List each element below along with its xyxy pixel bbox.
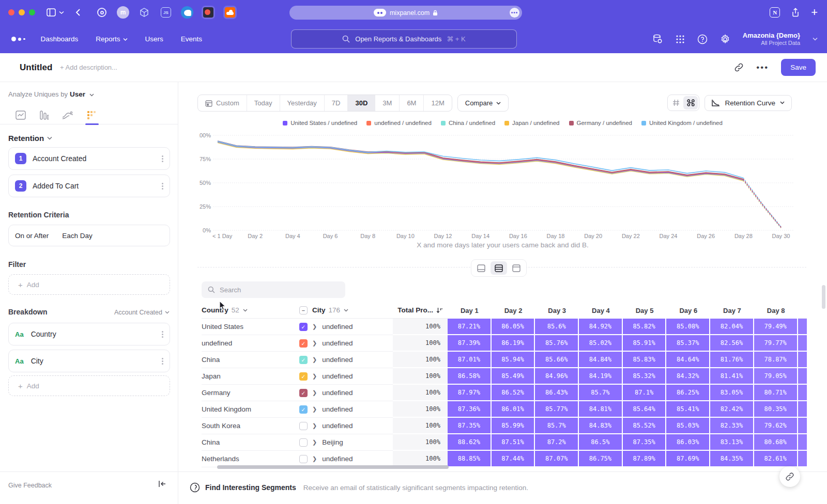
segments-title[interactable]: Find Interesting Segments <box>205 483 296 492</box>
retention-cell[interactable]: 84.64% <box>666 352 710 368</box>
range-3m[interactable]: 3M <box>375 95 400 111</box>
retention-cell[interactable]: 87.39% <box>448 335 492 352</box>
window-controls[interactable] <box>8 9 35 15</box>
retention-cell[interactable]: 85.08% <box>666 319 710 335</box>
expand-row-icon[interactable]: ❯ <box>312 340 317 346</box>
tab-funnels[interactable] <box>39 106 49 124</box>
show-chart-icon[interactable] <box>683 96 698 109</box>
report-title[interactable]: Untitled <box>20 62 52 73</box>
row-checkbox-checked[interactable]: ✓ <box>299 323 308 331</box>
expand-row-icon[interactable]: ❯ <box>312 455 317 462</box>
day-column-header[interactable]: Day 5 <box>623 302 667 319</box>
range-6m[interactable]: 6M <box>400 95 424 111</box>
criteria-on-or-after[interactable]: On or After <box>15 232 49 240</box>
range-7d[interactable]: 7D <box>325 95 348 111</box>
retention-cell[interactable]: 82.33% <box>710 418 754 434</box>
nav-item-reports[interactable]: Reports <box>96 35 127 43</box>
retention-cell[interactable]: 86.43% <box>535 385 579 401</box>
retention-step-2[interactable]: 2 Added To Cart <box>8 175 170 197</box>
row-checkbox-checked[interactable]: ✓ <box>299 339 308 348</box>
retention-cell[interactable]: 87.36% <box>448 401 492 418</box>
step-options-icon[interactable] <box>162 183 163 190</box>
table-row-city[interactable]: ✓❯undefined <box>297 368 393 385</box>
retention-cell[interactable]: 85.66% <box>535 352 579 368</box>
expand-row-icon[interactable]: ❯ <box>312 356 317 363</box>
criteria-each-day[interactable]: Each Day <box>62 232 93 240</box>
retention-cell[interactable]: 85.03% <box>666 418 710 434</box>
retention-cell[interactable]: 85.7% <box>535 418 579 434</box>
layout-split-icon[interactable] <box>491 261 507 275</box>
share-icon[interactable] <box>791 8 800 17</box>
target-icon[interactable] <box>95 6 109 19</box>
day-column-header[interactable]: Day 3 <box>535 302 579 319</box>
give-feedback-link[interactable]: Give Feedback <box>8 482 52 489</box>
retention-cell[interactable]: 85.76% <box>535 335 579 352</box>
retention-cell[interactable]: 82.56% <box>710 335 754 352</box>
posthog-icon[interactable] <box>202 6 215 19</box>
retention-cell[interactable]: 87.35% <box>623 434 667 451</box>
retention-cell[interactable]: 87.89% <box>623 451 667 467</box>
bird-icon[interactable] <box>181 6 193 19</box>
notion-icon[interactable]: N <box>770 7 780 18</box>
retention-cell[interactable]: 85.37% <box>666 335 710 352</box>
retention-cell[interactable]: 86.52% <box>492 385 535 401</box>
retention-cell[interactable]: 85.32% <box>623 368 667 385</box>
back-icon[interactable] <box>75 8 81 17</box>
expand-row-icon[interactable]: ❯ <box>312 373 317 380</box>
day-column-header[interactable]: Day 7 <box>710 302 754 319</box>
day-column-header[interactable]: Day 2 <box>492 302 535 319</box>
soundcloud-icon[interactable] <box>223 6 237 19</box>
tab-insights[interactable] <box>16 106 26 124</box>
retention-cell[interactable]: 85.83% <box>623 352 667 368</box>
table-row-country[interactable]: Germany <box>202 385 297 401</box>
table-row-city[interactable]: ❯Beijing <box>297 434 393 451</box>
country-column-header[interactable]: Country52 <box>202 302 297 319</box>
legend-item[interactable]: United Kingdom / undefined <box>641 120 723 126</box>
retention-cell[interactable]: 87.07% <box>535 451 579 467</box>
expand-row-icon[interactable]: ❯ <box>312 422 317 429</box>
table-row-city[interactable]: ✓❯undefined <box>297 319 393 335</box>
global-search-button[interactable]: Open Reports & Dashboards ⌘ + K <box>291 29 517 49</box>
day-column-header[interactable]: Day 8 <box>754 302 798 319</box>
retention-cell[interactable]: 84.19% <box>579 368 623 385</box>
tab-flows[interactable] <box>62 106 73 124</box>
retention-cell[interactable]: 86.01% <box>492 401 535 418</box>
breakdown-city[interactable]: Aa City <box>8 350 170 372</box>
retention-cell[interactable]: 87.44% <box>492 451 535 467</box>
table-row-city[interactable]: ✓❯undefined <box>297 352 393 368</box>
new-tab-icon[interactable]: + <box>811 7 818 18</box>
table-row-country[interactable]: United Kingdom <box>202 401 297 418</box>
nav-item-events[interactable]: Events <box>181 35 202 43</box>
retention-cell[interactable]: 82.42% <box>710 401 754 418</box>
retention-cell[interactable]: 79.62% <box>754 418 798 434</box>
retention-cell[interactable]: 86.19% <box>492 335 535 352</box>
more-options-icon[interactable]: ••• <box>756 62 769 73</box>
legend-item[interactable]: Japan / undefined <box>504 120 559 126</box>
retention-cell[interactable]: 85.02% <box>579 335 623 352</box>
row-checkbox-checked[interactable]: ✓ <box>299 405 308 414</box>
retention-cell[interactable]: 85.6% <box>535 319 579 335</box>
retention-cell[interactable]: 85.99% <box>492 418 535 434</box>
analyze-value-select[interactable]: User <box>70 90 85 98</box>
save-button[interactable]: Save <box>781 59 816 76</box>
table-row-country[interactable]: China <box>202 434 297 451</box>
table-row-city[interactable]: ✓❯undefined <box>297 401 393 418</box>
retention-cell[interactable]: 84.92% <box>579 319 623 335</box>
retention-cell[interactable]: 87.01% <box>448 352 492 368</box>
breakdown-options-icon[interactable] <box>162 331 163 338</box>
retention-cell[interactable]: 84.96% <box>535 368 579 385</box>
table-row-city[interactable]: ✓❯undefined <box>297 385 393 401</box>
minimize-window-button[interactable] <box>19 9 25 15</box>
maximize-window-button[interactable] <box>29 9 35 15</box>
breakdown-options-icon[interactable] <box>162 358 163 365</box>
retention-cell[interactable]: 87.51% <box>492 434 535 451</box>
expand-row-icon[interactable]: ❯ <box>312 406 317 413</box>
table-row-country[interactable]: China <box>202 352 297 368</box>
retention-step-1[interactable]: 1 Account Created <box>8 147 170 170</box>
day-column-header[interactable]: Day 1 <box>448 302 492 319</box>
legend-item[interactable]: United States / undefined <box>283 120 357 126</box>
range-12m[interactable]: 12M <box>424 95 451 111</box>
settings-gear-icon[interactable] <box>720 34 730 44</box>
table-search-input[interactable] <box>220 286 333 294</box>
retention-cell[interactable]: 87.21% <box>448 319 492 335</box>
